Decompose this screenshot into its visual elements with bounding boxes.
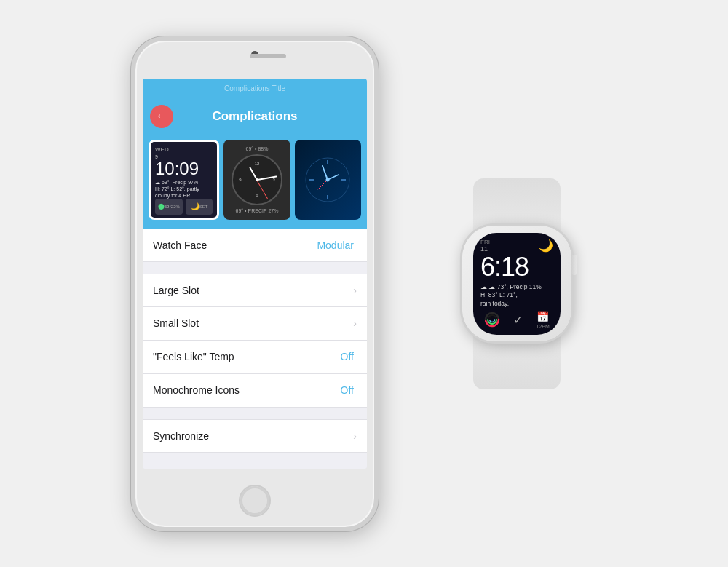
modular-complications: ⬤ 69° 22% 🌙 SET	[155, 199, 213, 215]
back-arrow-icon: ←	[155, 108, 168, 124]
modular-weather-line1: ☁ 69°, Precip 97%	[155, 179, 213, 186]
settings-list: Watch Face Modular Large Slot › Small Sl…	[143, 229, 367, 469]
iphone-device: Complications Title ← Complications WED	[131, 36, 379, 531]
section-gap-3	[143, 453, 367, 464]
scene: Complications Title ← Complications WED	[0, 0, 728, 567]
weather-text-1: ☁ 73°, Precip 11%	[488, 283, 541, 290]
settings-row-feelstemp[interactable]: "Feels Like" Temp Off	[143, 341, 367, 374]
svg-line-7	[318, 180, 328, 189]
settings-row-largeslot[interactable]: Large Slot ›	[143, 274, 367, 307]
watch-comp-activity	[484, 312, 500, 328]
calendar-icon: 📅	[537, 311, 549, 322]
clock-num-12: 12	[255, 162, 260, 166]
smallslot-chevron-icon: ›	[353, 317, 357, 329]
clock-second-hand	[257, 179, 269, 198]
apple-watch: FRI 11 🌙 6:18 ☁ ☁ 73°, Precip 11% H: 83°…	[437, 178, 597, 389]
sync-chevron-icon: ›	[353, 430, 357, 442]
tab-bar-text: Complications Title	[224, 84, 285, 92]
weather-icon-1: ☁	[480, 283, 488, 290]
watch-comp-calendar: 📅 12PM	[537, 311, 550, 329]
modular-comp-1: ⬤ 69° 22%	[155, 199, 183, 215]
watch-weather-line2: H: 83° L: 71°,	[480, 291, 553, 300]
settings-row-smallslot[interactable]: Small Slot ›	[143, 307, 367, 341]
watch-complications-row: ✓ 📅 12PM	[480, 311, 553, 329]
faq-row[interactable]: Frequently Asked Questions	[143, 464, 367, 469]
clock-num-6: 6	[256, 193, 258, 197]
moon-icon: 🌙	[539, 239, 553, 253]
analog-clock: 12 3 6 9	[232, 154, 282, 205]
feelstemp-label: "Feels Like" Temp	[153, 351, 341, 362]
watch-face-analog[interactable]: 69° • 88% 12 3 6 9 69° • PRECIP 27%	[223, 140, 290, 220]
smallslot-label: Small Slot	[153, 317, 353, 329]
modular-time: 10:09	[155, 160, 213, 178]
modular-comp-2: 🌙 SET	[186, 199, 213, 215]
watch-screen: FRI 11 🌙 6:18 ☁ ☁ 73°, Precip 11% H: 83°…	[473, 233, 561, 335]
settings-section-slots: Large Slot › Small Slot › "Feels Like" T…	[143, 274, 367, 408]
section-gap-2	[143, 408, 367, 419]
nav-bar: ← Complications	[143, 99, 367, 134]
analog-top-info: 69° • 88%	[246, 146, 269, 151]
watch-case: FRI 11 🌙 6:18 ☁ ☁ 73°, Precip 11% H: 83°…	[462, 226, 571, 342]
watch-comp-label: 12PM	[537, 324, 550, 329]
watch-weather-line3: rain today.	[480, 300, 553, 309]
nav-title: Complications	[212, 109, 297, 124]
svg-line-5	[323, 166, 328, 180]
watch-band-top	[473, 178, 561, 233]
largeslot-label: Large Slot	[153, 285, 353, 296]
blue-analog-display	[295, 140, 361, 220]
watch-top-row: FRI 11 🌙	[480, 239, 553, 253]
watch-face-modular[interactable]: WED 9 10:09 ☁ 69°, Precip 97% H: 72° L: …	[149, 140, 219, 220]
watch-comp-check: ✓	[513, 313, 523, 327]
watch-day-num: 11	[480, 245, 490, 253]
modular-weather-line2: H: 72° L: 52°, partly	[155, 186, 213, 192]
svg-point-8	[326, 178, 330, 181]
monochrome-label: Monochrome Icons	[153, 384, 341, 396]
section-gap-1	[143, 262, 367, 274]
watch-face-blue[interactable]	[295, 140, 361, 220]
modular-day-abbr: WED	[155, 146, 169, 153]
watch-time: 6:18	[480, 254, 553, 280]
settings-section-watchface: Watch Face Modular	[143, 229, 367, 262]
settings-row-watchface[interactable]: Watch Face Modular	[143, 229, 367, 262]
iphone-speaker	[250, 54, 286, 58]
blue-clock-svg	[302, 154, 353, 205]
watch-faces-strip: WED 9 10:09 ☁ 69°, Precip 97% H: 72° L: …	[143, 134, 367, 229]
watchface-label: Watch Face	[153, 239, 317, 251]
clock-num-3: 3	[272, 178, 274, 182]
settings-section-sync: Synchronize ›	[143, 419, 367, 453]
back-button[interactable]: ←	[150, 105, 173, 128]
watch-band-bottom	[473, 334, 561, 389]
largeslot-chevron-icon: ›	[353, 285, 357, 296]
watch-crown	[571, 255, 577, 275]
watchface-value: Modular	[317, 239, 354, 251]
feelstemp-value: Off	[341, 351, 354, 362]
monochrome-value: Off	[341, 384, 354, 396]
sync-label: Synchronize	[153, 430, 353, 442]
iphone-home-button[interactable]	[239, 485, 271, 517]
watch-date-block: FRI 11	[480, 239, 490, 253]
tab-bar: Complications Title	[143, 79, 367, 99]
clock-num-9: 9	[239, 178, 241, 182]
activity-rings-svg	[484, 312, 500, 328]
checkmark-icon: ✓	[513, 313, 523, 327]
modular-weather-line3: cloudy for 4 HR.	[155, 192, 213, 199]
clock-center	[256, 178, 258, 181]
settings-row-sync[interactable]: Synchronize ›	[143, 419, 367, 453]
settings-row-monochrome[interactable]: Monochrome Icons Off	[143, 374, 367, 408]
analog-bottom-info: 69° • PRECIP 27%	[236, 208, 279, 213]
watch-weather-line1: ☁ ☁ 73°, Precip 11%	[480, 283, 553, 292]
iphone-screen: Complications Title ← Complications WED	[143, 79, 367, 469]
watch-day-abbr: FRI	[480, 239, 490, 245]
